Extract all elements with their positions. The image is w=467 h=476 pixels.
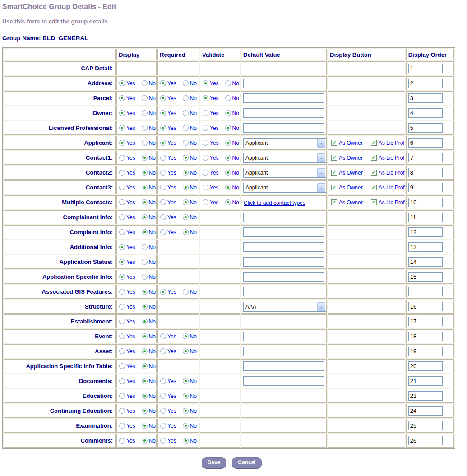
display-yes-radio[interactable] — [119, 214, 125, 220]
as-owner-checkbox[interactable]: ✓ — [331, 170, 337, 176]
as-owner-checkbox[interactable]: ✓ — [331, 140, 337, 146]
default-value-input[interactable] — [243, 347, 324, 356]
default-value-input[interactable] — [243, 361, 324, 371]
validate-yes-radio[interactable] — [203, 125, 208, 131]
display-no-radio[interactable] — [142, 80, 148, 86]
required-no-radio[interactable] — [183, 408, 189, 414]
default-value-select[interactable]: Applicant⌄ — [243, 138, 326, 148]
default-value-input[interactable] — [243, 257, 324, 267]
display-order-input[interactable] — [408, 198, 443, 207]
required-yes-radio[interactable] — [160, 125, 166, 131]
display-no-radio[interactable] — [142, 95, 148, 101]
display-yes-radio[interactable] — [119, 170, 125, 176]
display-no-radio[interactable] — [142, 229, 148, 235]
default-value-input[interactable] — [243, 242, 324, 252]
display-yes-radio[interactable] — [119, 229, 125, 235]
display-order-input[interactable] — [408, 406, 443, 416]
display-yes-radio[interactable] — [119, 110, 125, 116]
display-order-input[interactable] — [408, 421, 443, 430]
display-no-radio[interactable] — [142, 378, 148, 384]
display-no-radio[interactable] — [142, 170, 148, 176]
display-yes-radio[interactable] — [119, 348, 125, 354]
display-order-input[interactable] — [408, 361, 443, 371]
required-yes-radio[interactable] — [160, 155, 166, 161]
display-yes-radio[interactable] — [119, 80, 125, 86]
default-value-input[interactable] — [243, 108, 324, 118]
default-value-select[interactable]: AAA⌄ — [243, 302, 326, 312]
chevron-down-icon[interactable]: ⌄ — [317, 183, 325, 192]
display-order-input[interactable] — [408, 138, 443, 148]
default-value-input[interactable] — [243, 227, 324, 237]
display-no-radio[interactable] — [142, 319, 148, 324]
display-order-input[interactable] — [408, 287, 443, 296]
display-no-radio[interactable] — [142, 214, 148, 220]
required-no-radio[interactable] — [183, 125, 189, 131]
display-order-input[interactable] — [408, 302, 443, 311]
display-order-input[interactable] — [408, 108, 443, 118]
display-order-input[interactable] — [408, 242, 443, 252]
display-no-radio[interactable] — [142, 333, 148, 339]
required-yes-radio[interactable] — [160, 378, 166, 384]
chevron-down-icon[interactable]: ⌄ — [317, 302, 325, 311]
required-no-radio[interactable] — [183, 80, 189, 86]
display-no-radio[interactable] — [142, 244, 148, 250]
display-yes-radio[interactable] — [119, 304, 125, 310]
default-value-input[interactable] — [243, 332, 324, 341]
required-no-radio[interactable] — [183, 289, 189, 295]
as-owner-checkbox[interactable]: ✓ — [331, 199, 337, 205]
display-no-radio[interactable] — [142, 140, 148, 146]
as-lic-prof-checkbox[interactable]: ✓ — [371, 170, 377, 176]
cancel-button[interactable]: Cancel — [232, 457, 261, 468]
default-value-input[interactable] — [243, 79, 324, 88]
required-no-radio[interactable] — [183, 378, 189, 384]
required-no-radio[interactable] — [183, 229, 189, 235]
display-order-input[interactable] — [408, 213, 443, 222]
add-contact-types-link[interactable]: Click to add contact types — [244, 200, 305, 206]
display-no-radio[interactable] — [142, 110, 148, 116]
required-no-radio[interactable] — [183, 95, 189, 101]
display-no-radio[interactable] — [142, 408, 148, 414]
required-yes-radio[interactable] — [160, 80, 166, 86]
display-yes-radio[interactable] — [119, 363, 125, 369]
required-yes-radio[interactable] — [160, 393, 166, 399]
validate-yes-radio[interactable] — [203, 140, 208, 146]
display-yes-radio[interactable] — [119, 199, 125, 205]
required-no-radio[interactable] — [183, 333, 189, 339]
display-no-radio[interactable] — [142, 155, 148, 161]
display-yes-radio[interactable] — [119, 155, 125, 161]
required-yes-radio[interactable] — [160, 110, 166, 116]
as-lic-prof-checkbox[interactable]: ✓ — [371, 185, 377, 190]
display-no-radio[interactable] — [142, 393, 148, 399]
display-no-radio[interactable] — [142, 125, 148, 131]
default-value-input[interactable] — [243, 93, 324, 103]
required-no-radio[interactable] — [183, 199, 189, 205]
display-yes-radio[interactable] — [119, 423, 125, 429]
validate-yes-radio[interactable] — [203, 185, 208, 190]
required-no-radio[interactable] — [183, 185, 189, 190]
required-yes-radio[interactable] — [160, 170, 166, 176]
display-yes-radio[interactable] — [119, 393, 125, 399]
validate-no-radio[interactable] — [225, 95, 231, 101]
validate-yes-radio[interactable] — [203, 80, 208, 86]
validate-no-radio[interactable] — [225, 80, 231, 86]
display-no-radio[interactable] — [142, 423, 148, 429]
save-button[interactable]: Save — [202, 457, 226, 468]
display-order-input[interactable] — [408, 436, 443, 445]
display-order-input[interactable] — [408, 64, 443, 73]
as-lic-prof-checkbox[interactable]: ✓ — [371, 155, 377, 161]
display-order-input[interactable] — [408, 347, 443, 356]
display-order-input[interactable] — [408, 272, 443, 282]
as-owner-checkbox[interactable]: ✓ — [331, 185, 337, 190]
default-value-input[interactable] — [243, 287, 324, 296]
chevron-down-icon[interactable]: ⌄ — [317, 139, 325, 148]
display-yes-radio[interactable] — [119, 125, 125, 131]
validate-no-radio[interactable] — [225, 125, 231, 131]
display-order-input[interactable] — [408, 183, 443, 192]
required-yes-radio[interactable] — [160, 348, 166, 354]
validate-no-radio[interactable] — [225, 185, 231, 190]
validate-no-radio[interactable] — [225, 140, 231, 146]
default-value-input[interactable] — [243, 123, 324, 133]
default-value-input[interactable] — [243, 213, 324, 222]
required-yes-radio[interactable] — [160, 229, 166, 235]
required-yes-radio[interactable] — [160, 199, 166, 205]
